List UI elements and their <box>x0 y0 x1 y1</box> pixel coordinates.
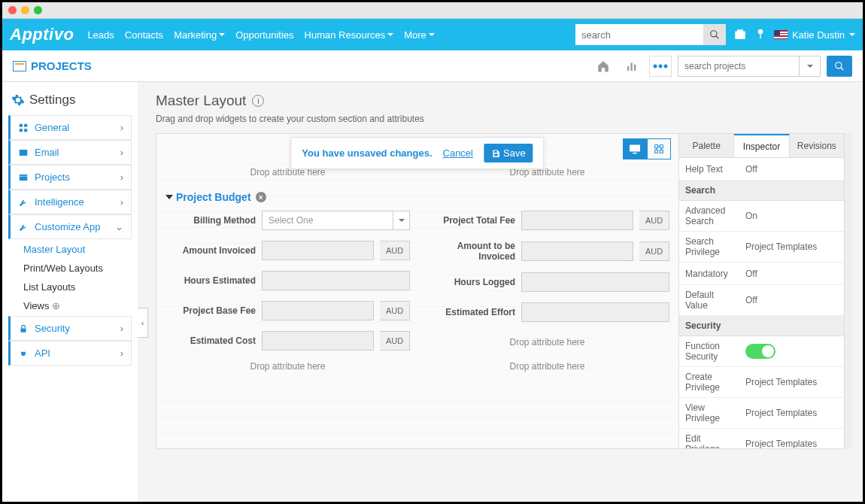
desktop-view-toggle[interactable] <box>623 138 647 159</box>
proj-icon <box>18 172 29 183</box>
nav-link-marketing[interactable]: Marketing <box>174 29 225 41</box>
svg-point-10 <box>659 64 663 68</box>
module-search-dropdown[interactable] <box>799 56 820 76</box>
nav-link-opportunities[interactable]: Opportunities <box>235 29 293 41</box>
svg-rect-21 <box>21 328 26 332</box>
global-search <box>575 24 726 45</box>
page-subtitle: Drag and drop widgets to create your cus… <box>156 114 852 124</box>
text-input[interactable] <box>262 241 374 260</box>
inspector-row[interactable]: Advanced SearchOn <box>679 201 844 232</box>
nav-link-human-resources[interactable]: Human Resources <box>305 29 394 41</box>
inspector-row[interactable]: View PrivilegeProject Templates <box>679 398 844 429</box>
sidebar-sub-master-layout[interactable]: Master Layout <box>23 244 132 255</box>
sidebar-sub-print-web-layouts[interactable]: Print/Web Layouts <box>23 263 132 274</box>
field-estimated-effort[interactable]: Estimated Effort <box>425 302 669 322</box>
text-input[interactable] <box>262 301 374 320</box>
select-input[interactable]: Select One <box>262 211 410 230</box>
global-search-input[interactable] <box>575 24 703 45</box>
user-menu[interactable]: Katie Dustin <box>774 29 855 41</box>
inspector-row[interactable]: Search PrivilegeProject Templates <box>679 232 844 263</box>
grid-icon <box>18 123 29 133</box>
info-icon[interactable]: i <box>252 95 264 107</box>
mac-min[interactable] <box>21 6 29 14</box>
sidebar-collapse-handle[interactable]: ‹ <box>138 308 148 338</box>
app-switcher-icon[interactable] <box>733 28 747 41</box>
toggle-switch[interactable] <box>745 344 775 359</box>
field-hours-estimated[interactable]: Hours Estimated <box>165 271 410 290</box>
field-amount-to-be-invoiced[interactable]: Amount to be InvoicedAUD <box>425 241 669 262</box>
text-input[interactable] <box>262 271 410 290</box>
section-header[interactable]: Project Budget × <box>167 191 669 203</box>
home-icon[interactable] <box>592 56 615 77</box>
svg-rect-24 <box>655 145 658 148</box>
mac-close[interactable] <box>8 6 17 14</box>
field-amount-invoiced[interactable]: Amount InvoicedAUD <box>165 241 410 260</box>
tab-palette[interactable]: Palette <box>679 134 734 157</box>
toast-message: You have unsaved changes. <box>302 147 432 159</box>
svg-point-4 <box>758 29 763 35</box>
chevron-right-icon: › <box>120 323 123 334</box>
drop-hint: Drop attribute here <box>425 337 669 348</box>
panel-scrollbar[interactable] <box>845 133 852 449</box>
sidebar-item-general[interactable]: General› <box>8 115 132 140</box>
field-hours-logged[interactable]: Hours Logged <box>425 272 669 292</box>
sidebar-item-api[interactable]: API› <box>8 341 132 366</box>
sub-bar: PROJECTS <box>2 50 863 82</box>
sidebar-sub-views[interactable]: Views ⊕ <box>23 300 132 311</box>
module-search-button[interactable] <box>827 56 852 77</box>
layout-canvas[interactable]: You have unsaved changes. Cancel Save Dr… <box>156 133 679 449</box>
inspector-row[interactable]: Create PrivilegeProject Templates <box>679 367 844 398</box>
inspector-row[interactable]: Function Security <box>679 336 844 367</box>
svg-point-0 <box>711 31 717 37</box>
inspector-row[interactable]: Edit PrivilegeProject Templates <box>679 429 844 448</box>
sidebar-item-projects[interactable]: Projects› <box>8 165 132 190</box>
unsaved-toast: You have unsaved changes. Cancel Save <box>290 137 544 169</box>
brand-logo[interactable]: Apptivo <box>10 25 74 44</box>
sidebar-item-customize-app[interactable]: Customize App⌄ <box>8 214 132 239</box>
sidebar-sub-list-layouts[interactable]: List Layouts <box>23 281 132 293</box>
tab-revisions[interactable]: Revisions <box>790 134 844 157</box>
field-billing-method[interactable]: Billing MethodSelect One <box>165 211 410 230</box>
nav-link-contacts[interactable]: Contacts <box>125 29 163 41</box>
sidebar-item-intelligence[interactable]: Intelligence› <box>8 190 132 214</box>
inspector-row[interactable]: Help TextOff <box>679 158 844 181</box>
svg-rect-6 <box>627 66 629 71</box>
field-project-base-fee[interactable]: Project Base FeeAUD <box>165 301 410 320</box>
field-estimated-cost[interactable]: Estimated CostAUD <box>165 331 410 351</box>
collapse-icon <box>165 195 173 199</box>
text-input[interactable] <box>521 272 669 292</box>
mac-titlebar <box>2 2 863 19</box>
text-input[interactable] <box>521 302 669 322</box>
module-title[interactable]: PROJECTS <box>13 59 92 72</box>
text-input[interactable] <box>521 241 633 261</box>
field-project-total-fee[interactable]: Project Total FeeAUD <box>425 211 669 230</box>
text-input[interactable] <box>521 211 633 230</box>
chevron-right-icon: › <box>120 348 123 359</box>
save-button[interactable]: Save <box>484 144 533 162</box>
field-label: Amount Invoiced <box>165 245 256 256</box>
sidebar-item-email[interactable]: Email› <box>8 140 132 165</box>
svg-rect-2 <box>735 32 745 40</box>
inspector-row[interactable]: Default ValueOff <box>679 285 844 316</box>
mobile-view-toggle[interactable] <box>647 138 671 159</box>
more-actions-icon[interactable] <box>649 56 672 77</box>
tab-inspector[interactable]: Inspector <box>734 134 789 157</box>
nav-link-leads[interactable]: Leads <box>87 29 114 41</box>
notifications-icon[interactable] <box>754 29 766 41</box>
mac-max[interactable] <box>34 6 42 14</box>
svg-rect-5 <box>760 34 760 39</box>
delete-section-icon[interactable]: × <box>256 192 266 202</box>
nav-link-more[interactable]: More <box>404 29 435 41</box>
wrench-icon <box>18 197 29 208</box>
inspector-panel: PaletteInspectorRevisions Help TextOffSe… <box>679 133 845 449</box>
cancel-link[interactable]: Cancel <box>443 147 473 159</box>
inspector-row[interactable]: MandatoryOff <box>679 263 844 285</box>
svg-rect-7 <box>631 62 633 71</box>
svg-rect-15 <box>24 123 27 126</box>
text-input[interactable] <box>262 331 374 351</box>
sidebar-item-security[interactable]: Security› <box>8 316 132 341</box>
analytics-icon[interactable] <box>621 56 643 77</box>
field-label: Project Total Fee <box>425 215 515 226</box>
module-search-input[interactable] <box>678 56 799 76</box>
global-search-button[interactable] <box>703 24 726 45</box>
